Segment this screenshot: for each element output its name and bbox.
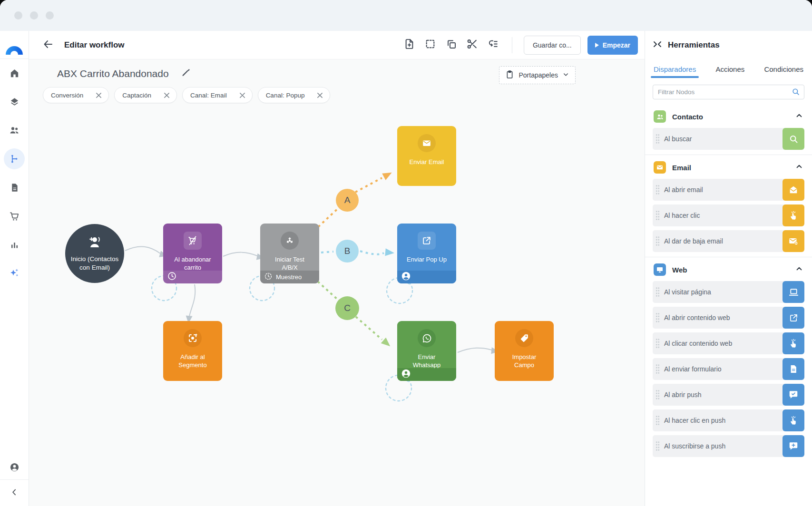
new-node-button[interactable] [402,38,417,52]
page-title: Editar workflow [64,40,125,50]
workflow-icon [9,154,20,164]
node-anadir-al-segmento[interactable]: Añadir al Segmento [163,321,222,381]
trigger-label: Al enviar formulario [664,365,722,373]
branch-b-badge[interactable]: B [336,240,359,263]
start-workflow-button[interactable]: Empezar [587,36,638,55]
trigger-al-visitar-pagina[interactable]: Al visitar página [653,281,804,303]
trigger-label: Al hacer clic [664,212,700,219]
popup-icon [418,232,436,250]
node-inicio[interactable]: Inicio (Contactos con Email) [65,224,124,283]
node-iniciar-test-abx[interactable]: Iniciar Test A/B/X Muestreo [260,224,319,283]
workflow-tags: Conversión Captación Canal: Email Canal:… [43,87,330,103]
remove-tag-button[interactable] [317,92,323,98]
remove-tag-button[interactable] [96,92,102,98]
sidebar-item-documents[interactable] [4,177,25,198]
person-badge-icon [401,369,411,380]
node-impostar-campo[interactable]: Impostar Campo [495,321,554,381]
node-enviar-email[interactable]: Enviar Email [397,126,456,186]
sidebar-collapse-button[interactable] [0,479,29,506]
section-email[interactable]: Email [653,155,804,179]
tab-acciones[interactable]: Acciones [714,62,745,78]
whatsapp-icon [418,329,436,347]
workflow-canvas[interactable]: ABX Carrito Abandonado Conversión Captac… [29,59,645,506]
sidebar-item-shop[interactable] [4,205,25,226]
clock-dashed-icon [264,272,273,282]
node-label: Añadir al Segmento [170,353,215,369]
trigger-al-abrir-push[interactable]: Al abrir push [653,384,804,406]
remove-tag-button[interactable] [239,92,245,98]
trigger-al-hacer-clic-en-push[interactable]: Al hacer clic en push [653,409,804,431]
tab-condiciones[interactable]: Condiciones [763,62,804,78]
trigger-al-suscribirse-a-push[interactable]: Al suscribirse a push [653,435,804,457]
panel-collapse-button[interactable] [653,40,662,50]
sidebar-item-account[interactable] [4,457,25,477]
node-label: Enviar Pop Up [404,255,450,263]
trigger-label: Al visitar página [664,288,711,296]
trigger-al-abrir-contenido-web[interactable]: Al abrir contenido web [653,307,804,329]
trigger-label: Al hacer clic en push [664,417,725,424]
flow-order-icon [487,38,499,52]
sparkles-icon [9,267,20,279]
chevron-up-icon[interactable] [795,162,803,173]
node-enviar-whatsapp[interactable]: Enviar Whatsapp [397,321,456,381]
search-icon[interactable] [792,88,800,98]
clipboard-dropdown[interactable]: Portapapeles [499,66,576,84]
collapse-arrows-icon [653,40,662,50]
push-subscribe-icon [783,435,804,457]
trigger-al-hacer-clic[interactable]: Al hacer clic [653,204,804,226]
node-label: Enviar Email [404,158,450,166]
home-icon [9,68,20,79]
section-contacto[interactable]: Contacto [653,104,804,128]
section-web[interactable]: Web [653,257,804,281]
save-copy-button[interactable]: Guardar co... [524,36,581,55]
trigger-al-abrir-email[interactable]: Al abrir email [653,179,804,201]
window-dot[interactable] [46,11,54,19]
node-enviar-popup[interactable]: Enviar Pop Up [397,224,456,283]
drag-handle-icon [655,210,660,221]
node-footer [397,368,456,381]
select-all-button[interactable] [423,38,438,52]
filter-nodes-input[interactable] [653,85,804,99]
rename-workflow-button[interactable] [181,68,191,79]
brand-logo [5,38,24,55]
sidebar-item-home[interactable] [4,63,25,84]
branch-c-badge[interactable]: C [335,296,359,320]
back-button[interactable] [41,39,55,52]
section-label: Email [672,164,789,172]
tag-icon [515,329,533,347]
chevron-down-icon [562,71,569,80]
sidebar-item-contacts[interactable] [4,120,25,141]
cut-button[interactable] [465,38,479,52]
sidebar-item-layers[interactable] [4,91,25,112]
section-label: Web [672,266,789,274]
drag-handle-icon [655,185,660,195]
section-label: Contacto [672,113,789,121]
trigger-al-enviar-formulario[interactable]: Al enviar formulario [653,358,804,380]
browser-titlebar [0,0,812,31]
drag-handle-icon [655,312,660,323]
envelope-icon [418,134,436,152]
clipboard-icon [505,70,514,81]
drag-handle-icon [655,236,660,246]
tag-chip: Canal: Email [182,87,253,103]
sidebar-item-ai[interactable] [4,263,25,283]
trigger-al-clicar-contenido-web[interactable]: Al clicar contenido web [653,332,804,354]
window-dot[interactable] [30,11,38,19]
remove-tag-button[interactable] [164,92,170,98]
auto-layout-button[interactable] [486,38,500,52]
trigger-al-buscar[interactable]: Al buscar [653,128,804,150]
chevron-up-icon[interactable] [795,111,803,122]
chevron-up-icon[interactable] [795,264,803,275]
bar-chart-icon [10,240,20,250]
sidebar-item-analytics[interactable] [4,234,25,255]
tab-disparadores[interactable]: Disparadores [653,62,697,78]
drag-handle-icon [655,441,660,451]
node-al-abandonar-carrito[interactable]: Al abandonar carrito [163,224,222,283]
sidebar-item-workflows[interactable] [4,148,25,169]
copy-icon [446,39,457,52]
window-dot[interactable] [14,11,22,19]
branch-a-badge[interactable]: A [336,189,359,212]
sampling-label: Muestreo [276,273,302,281]
copy-button[interactable] [444,38,459,52]
trigger-al-dar-de-baja-email[interactable]: Al dar de baja email [653,230,804,252]
